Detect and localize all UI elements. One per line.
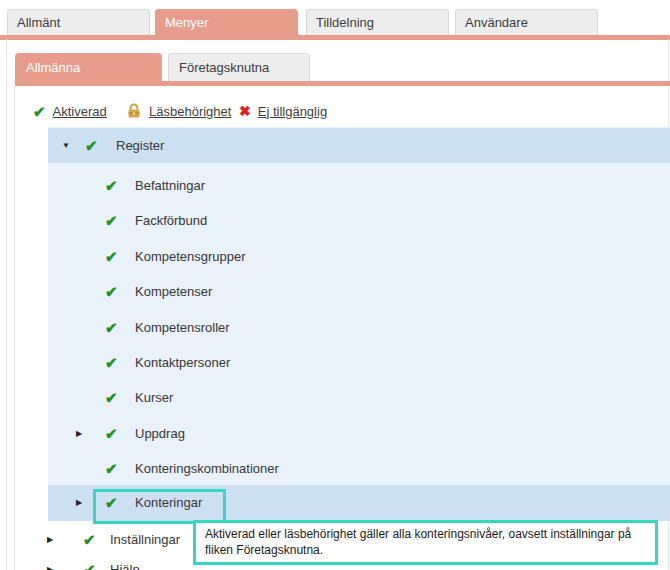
- expand-icon[interactable]: ▶: [47, 552, 53, 570]
- tree-item-label[interactable]: Kompetensroller: [135, 310, 230, 346]
- check-icon[interactable]: ✔: [105, 416, 118, 452]
- tree-item-label[interactable]: Konteringskombinationer: [135, 451, 279, 487]
- check-icon[interactable]: ✔: [105, 345, 118, 381]
- tree-row-fackforbund[interactable]: ✔ Fackförbund: [0, 203, 670, 239]
- tab-allmanna[interactable]: Allmänna: [15, 53, 162, 81]
- tree-item-label[interactable]: Kompetensgrupper: [135, 239, 246, 275]
- check-icon[interactable]: ✔: [105, 380, 118, 416]
- tab-menyer[interactable]: Menyer: [155, 9, 298, 35]
- tree-row-konteringskombinationer[interactable]: ✔ Konteringskombinationer: [0, 451, 670, 487]
- expand-icon[interactable]: ▶: [76, 485, 82, 521]
- check-icon[interactable]: ✔: [105, 203, 118, 239]
- legend-unavailable: ✖ Ej tillgänglig: [239, 99, 327, 123]
- tab-anvandare[interactable]: Användare: [455, 9, 598, 35]
- tree-row-uppdrag[interactable]: ▶ ✔ Uppdrag: [0, 416, 670, 452]
- tab-foretagsknutna[interactable]: Företagsknutna: [168, 53, 310, 81]
- tree-row-kompetensgrupper[interactable]: ✔ Kompetensgrupper: [0, 239, 670, 275]
- settings-window: Allmänt Menyer Tilldelning Användare All…: [0, 0, 670, 570]
- tree-item-label[interactable]: Kompetenser: [135, 274, 212, 310]
- check-icon: ✔: [33, 104, 46, 119]
- legend-read-access-label[interactable]: Läsbehörighet: [149, 104, 231, 119]
- tree-item-label[interactable]: Kontaktpersoner: [135, 345, 230, 381]
- expand-icon[interactable]: ▶: [76, 416, 82, 452]
- legend-unavailable-label[interactable]: Ej tillgänglig: [258, 104, 327, 119]
- tree-row-kurser[interactable]: ✔ Kurser: [0, 380, 670, 416]
- main-tab-underline: [0, 35, 670, 40]
- tree-item-label[interactable]: Kurser: [135, 380, 173, 416]
- legend-read-access: Läsbehörighet: [126, 99, 231, 123]
- tree-item-label[interactable]: Fackförbund: [135, 203, 207, 239]
- tooltip-text: Aktiverad eller läsbehörighet gäller all…: [205, 527, 631, 557]
- tree-row-register[interactable]: ▼ ✔ Register: [48, 128, 670, 163]
- tree-item-label[interactable]: Befattningar: [135, 168, 205, 204]
- tab-tilldelning[interactable]: Tilldelning: [306, 9, 449, 35]
- cross-icon: ✖: [239, 104, 251, 118]
- tree-row-kompetenser[interactable]: ✔ Kompetenser: [0, 274, 670, 310]
- tree-item-label[interactable]: Hjälp: [110, 552, 140, 570]
- check-icon[interactable]: ✔: [105, 239, 118, 275]
- check-icon[interactable]: ✔: [105, 274, 118, 310]
- check-icon[interactable]: ✔: [105, 451, 118, 487]
- legend-activated-label[interactable]: Aktiverad: [53, 104, 107, 119]
- tree-item-label[interactable]: Uppdrag: [135, 416, 185, 452]
- tree-row-kompetensroller[interactable]: ✔ Kompetensroller: [0, 310, 670, 346]
- tab-allmant[interactable]: Allmänt: [7, 9, 150, 35]
- tooltip: Aktiverad eller läsbehörighet gäller all…: [193, 520, 658, 565]
- tree-row-kontaktpersoner[interactable]: ✔ Kontaktpersoner: [0, 345, 670, 381]
- check-icon[interactable]: ✔: [85, 128, 98, 163]
- collapse-icon[interactable]: ▼: [62, 128, 70, 164]
- check-icon[interactable]: ✔: [105, 310, 118, 346]
- check-icon[interactable]: ✔: [83, 552, 96, 570]
- lock-icon: [126, 103, 142, 119]
- sub-tab-underline: [15, 81, 670, 86]
- tree-row-befattningar[interactable]: ✔ Befattningar: [0, 168, 670, 204]
- selection-outline: [93, 489, 226, 524]
- legend-activated: ✔ Aktiverad: [33, 99, 107, 123]
- tree-item-label[interactable]: Register: [116, 128, 164, 163]
- check-icon[interactable]: ✔: [105, 168, 118, 204]
